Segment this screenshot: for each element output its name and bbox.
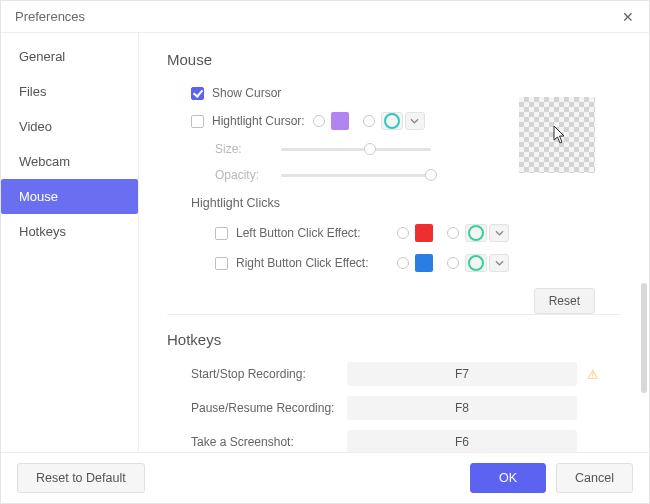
hotkey-screenshot-label: Take a Screenshot: [191,435,347,449]
warning-icon: ⚠ [587,367,599,382]
size-label: Size: [215,142,275,156]
window-title: Preferences [15,9,85,24]
cursor-preview [519,97,595,173]
left-click-label: Left Button Click Effect: [236,226,391,240]
hotkeys-heading: Hotkeys [167,331,621,348]
mouse-heading: Mouse [167,51,621,68]
hotkey-start-stop-field[interactable]: F7 [347,362,577,386]
sidebar-item-hotkeys[interactable]: Hotkeys [1,214,138,249]
show-cursor-label: Show Cursor [212,86,281,100]
cancel-button[interactable]: Cancel [556,463,633,493]
ok-button[interactable]: OK [470,463,546,493]
highlight-cursor-solid-radio[interactable] [313,115,325,127]
reset-button[interactable]: Reset [534,288,595,314]
hotkey-pause-resume-label: Pause/Resume Recording: [191,401,347,415]
content-area: Mouse Show Cursor Hightlight Cursor: [139,33,649,452]
left-click-ring-radio[interactable] [447,227,459,239]
highlight-cursor-ring-swatch[interactable] [381,112,403,130]
left-click-ring-swatch[interactable] [465,224,487,242]
highlight-cursor-ring-radio[interactable] [363,115,375,127]
scrollbar[interactable] [641,283,647,393]
highlight-cursor-checkbox[interactable] [191,115,204,128]
sidebar-item-files[interactable]: Files [1,74,138,109]
right-click-ring-radio[interactable] [447,257,459,269]
divider [167,314,621,315]
reset-to-default-button[interactable]: Reset to Default [17,463,145,493]
left-click-solid-radio[interactable] [397,227,409,239]
left-click-checkbox[interactable] [215,227,228,240]
right-click-dropdown[interactable] [489,254,509,272]
left-click-dropdown[interactable] [489,224,509,242]
cursor-icon [553,125,569,149]
opacity-slider[interactable] [281,174,431,177]
close-icon[interactable]: ✕ [621,10,635,24]
right-click-color-swatch[interactable] [415,254,433,272]
title-bar: Preferences ✕ [1,1,649,33]
sidebar-item-video[interactable]: Video [1,109,138,144]
left-click-color-swatch[interactable] [415,224,433,242]
hotkey-pause-resume-field[interactable]: F8 [347,396,577,420]
highlight-cursor-label: Hightlight Cursor: [212,114,305,128]
opacity-label: Opacity: [215,168,275,182]
right-click-label: Right Button Click Effect: [236,256,391,270]
highlight-clicks-heading: Hightlight Clicks [191,196,621,210]
size-slider[interactable] [281,148,431,151]
sidebar: General Files Video Webcam Mouse Hotkeys [1,33,139,452]
opacity-slider-thumb[interactable] [425,169,437,181]
right-click-checkbox[interactable] [215,257,228,270]
hotkey-screenshot-field[interactable]: F6 [347,430,577,452]
sidebar-item-mouse[interactable]: Mouse [1,179,138,214]
size-slider-thumb[interactable] [364,143,376,155]
highlight-cursor-dropdown[interactable] [405,112,425,130]
right-click-solid-radio[interactable] [397,257,409,269]
highlight-cursor-solid-swatch[interactable] [331,112,349,130]
right-click-ring-swatch[interactable] [465,254,487,272]
sidebar-item-general[interactable]: General [1,39,138,74]
hotkey-start-stop-label: Start/Stop Recording: [191,367,347,381]
sidebar-item-webcam[interactable]: Webcam [1,144,138,179]
show-cursor-checkbox[interactable] [191,87,204,100]
footer: Reset to Default OK Cancel [1,452,649,503]
